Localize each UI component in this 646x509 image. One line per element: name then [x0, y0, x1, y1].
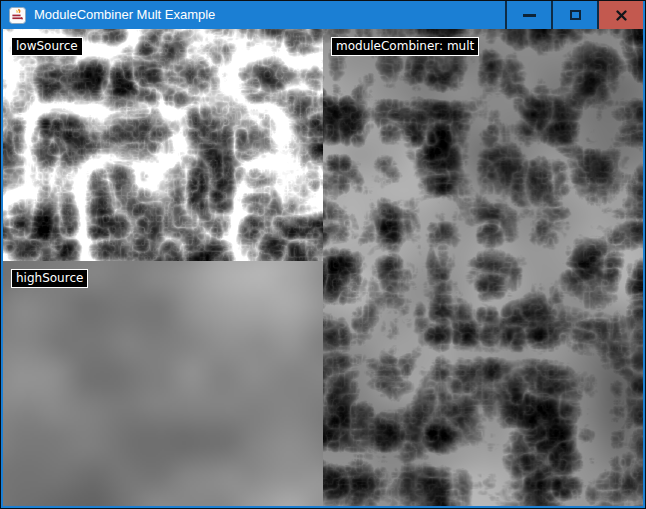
panel-lowsource: lowSource: [3, 29, 323, 261]
left-column: lowSource highSource: [3, 29, 323, 506]
panel-modulecombiner-mult: moduleCombiner: mult: [323, 29, 643, 506]
close-icon: [615, 9, 628, 22]
lowsource-noise-canvas: [3, 29, 323, 261]
highsource-label: highSource: [11, 269, 88, 288]
panel-highsource: highSource: [3, 261, 323, 506]
modulecombiner-mult-label: moduleCombiner: mult: [331, 37, 479, 56]
highsource-noise-canvas: [3, 261, 323, 506]
content-area: lowSource highSource moduleCombiner: mul…: [3, 29, 643, 506]
java-coffee-cup-icon[interactable]: [9, 7, 26, 24]
minimize-button[interactable]: [505, 1, 551, 29]
minimize-icon: [523, 14, 536, 17]
titlebar[interactable]: ModuleCombiner Mult Example: [3, 1, 643, 29]
window-title: ModuleCombiner Mult Example: [34, 1, 505, 29]
app-window: ModuleCombiner Mult Example lowSource: [0, 0, 646, 509]
window-controls: [505, 1, 643, 29]
mult-noise-canvas: [323, 29, 643, 506]
maximize-icon: [570, 10, 581, 20]
close-button[interactable]: [597, 1, 643, 29]
maximize-button[interactable]: [551, 1, 597, 29]
lowsource-label: lowSource: [11, 37, 83, 56]
